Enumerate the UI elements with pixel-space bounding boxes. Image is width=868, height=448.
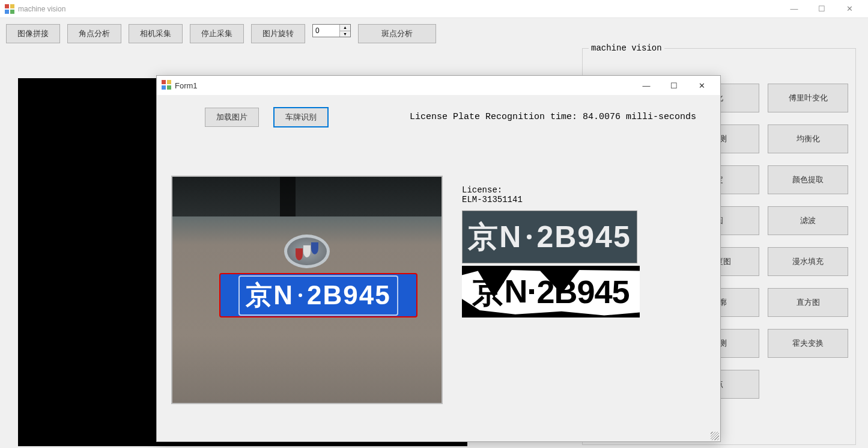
maximize-button[interactable]: ☐ — [808, 0, 836, 18]
svg-rect-1 — [10, 4, 14, 8]
dialog-maximize-button[interactable]: ☐ — [660, 76, 688, 95]
plate-crop-image: 京N 2B945 — [462, 210, 637, 263]
resize-grip-icon[interactable] — [711, 432, 719, 440]
blob-button[interactable]: 斑点分析 — [358, 24, 436, 43]
buick-logo-icon — [284, 235, 330, 268]
load-image-button[interactable]: 加载图片 — [205, 108, 259, 127]
op-histogram[interactable]: 直方图 — [768, 288, 848, 317]
bin-suffix: 2B945 — [536, 273, 629, 310]
winforms-icon — [162, 80, 171, 91]
form1-dialog: Form1 — ☐ ✕ License Plate Recognition ti… — [156, 75, 721, 442]
op-equalize[interactable]: 均衡化 — [768, 124, 848, 153]
svg-rect-0 — [5, 4, 9, 8]
bin-separator-dot-icon — [529, 289, 534, 294]
svg-rect-7 — [167, 85, 171, 90]
rotation-input[interactable] — [313, 25, 339, 37]
rotation-spinner[interactable]: ▲ ▼ — [312, 24, 351, 37]
detected-plate-box: 京N 2B945 — [219, 273, 417, 318]
spinner-up-icon[interactable]: ▲ — [340, 25, 350, 31]
corner-button[interactable]: 角点分析 — [67, 24, 121, 43]
crop-separator-dot-icon — [527, 235, 532, 239]
winforms-icon — [5, 4, 14, 14]
crop-prefix: 京N — [468, 217, 522, 257]
bin-prefix: 京N — [472, 270, 527, 314]
source-image: 京N 2B945 — [171, 176, 443, 404]
dialog-close-button[interactable]: ✕ — [688, 76, 715, 95]
main-window-controls: — ☐ ✕ — [780, 0, 863, 18]
op-color-extract[interactable]: 颜色提取 — [768, 165, 848, 194]
op-hough[interactable]: 霍夫变换 — [768, 329, 848, 358]
stitch-button[interactable]: 图像拼接 — [6, 24, 60, 43]
crop-suffix: 2B945 — [536, 219, 631, 254]
license-result-text: License: ELM-31351141 — [462, 185, 640, 204]
rotate-button[interactable]: 图片旋转 — [251, 24, 305, 43]
svg-rect-2 — [5, 10, 9, 14]
toolbar: 图像拼接 角点分析 相机采集 停止采集 图片旋转 ▲ ▼ 斑点分析 — [6, 24, 862, 43]
spinner-down-icon[interactable]: ▼ — [340, 31, 350, 37]
main-titlebar: machine vision — ☐ ✕ — [0, 0, 868, 18]
main-content: 图像拼接 角点分析 相机采集 停止采集 图片旋转 ▲ ▼ 斑点分析 machin… — [0, 18, 868, 448]
result-column: License: ELM-31351141 京N 2B945 京N 2B945 — [462, 185, 640, 318]
plate-suffix: 2B945 — [307, 280, 391, 310]
svg-rect-5 — [167, 80, 171, 84]
svg-rect-4 — [162, 80, 166, 84]
minimize-button[interactable]: — — [780, 0, 808, 18]
op-filter[interactable]: 滤波 — [768, 206, 848, 235]
plate-binary-image: 京N 2B945 — [462, 266, 640, 318]
car-rear-window — [172, 177, 442, 216]
recognition-time-label: License Plate Recognition time: 84.0076 … — [410, 112, 696, 122]
stop-button[interactable]: 停止采集 — [190, 24, 244, 43]
camera-button[interactable]: 相机采集 — [129, 24, 183, 43]
plate-prefix: 京N — [246, 278, 294, 313]
op-floodfill[interactable]: 漫水填充 — [768, 247, 848, 276]
groupbox-title: machine vision — [589, 43, 664, 53]
svg-rect-6 — [162, 85, 166, 90]
op-fourier[interactable]: 傅里叶变化 — [768, 84, 848, 112]
plate-separator-dot-icon — [299, 293, 302, 297]
svg-rect-3 — [10, 10, 14, 14]
recognize-plate-button[interactable]: 车牌识别 — [273, 107, 329, 127]
dialog-titlebar: Form1 — ☐ ✕ — [157, 76, 720, 95]
dialog-title: Form1 — [175, 81, 198, 90]
dialog-minimize-button[interactable]: — — [633, 76, 660, 95]
main-title: machine vision — [18, 5, 65, 13]
close-button[interactable]: ✕ — [836, 0, 863, 18]
